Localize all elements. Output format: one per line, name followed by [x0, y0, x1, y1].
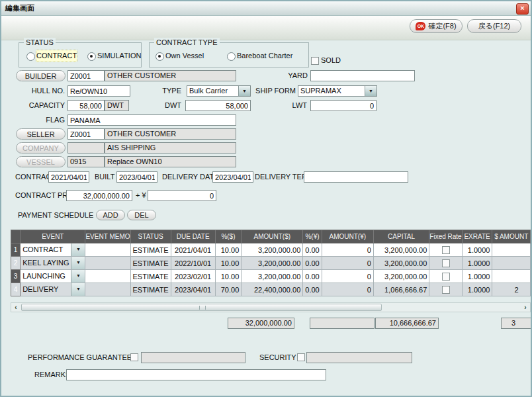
event-combo[interactable]: CONTRACT▼ [21, 243, 85, 256]
amount-jpy-cell[interactable]: 0 [322, 270, 373, 283]
status-cell[interactable]: ESTIMATE [130, 243, 171, 257]
usd-amount-cell[interactable] [492, 270, 531, 283]
confirm-button[interactable]: OK 確定(F8) [410, 19, 463, 33]
amount-jpy-cell[interactable]: 0 [322, 283, 373, 296]
exrate-cell[interactable]: 1.0000 [462, 257, 492, 270]
amount-usd-cell[interactable]: 3,200,000.00 [242, 257, 303, 270]
event-memo-cell[interactable] [85, 270, 130, 283]
row-number[interactable]: 1 [11, 243, 21, 257]
pct-jpy-cell[interactable]: 0.00 [303, 270, 322, 283]
capital-cell[interactable]: 1,066,666.67 [373, 283, 429, 296]
fixed-rate-cell[interactable] [429, 257, 462, 270]
chevron-down-icon[interactable]: ▼ [365, 86, 377, 96]
event-combo[interactable]: LAUNCHING▼ [21, 270, 85, 283]
chevron-down-icon[interactable]: ▼ [71, 270, 85, 283]
capital-cell[interactable]: 3,200,000.00 [373, 257, 429, 270]
radio-simulation[interactable] [87, 52, 96, 61]
event-memo-cell[interactable] [85, 257, 130, 270]
del-row-button[interactable]: DEL [127, 210, 156, 220]
table-horizontal-scrollbar[interactable]: ‹ › [11, 302, 531, 312]
pct-jpy-cell[interactable]: 0.00 [303, 283, 322, 296]
row-number[interactable]: 3 [11, 270, 21, 283]
amount-jpy-cell[interactable]: 0 [322, 243, 373, 257]
seller-code-input[interactable] [67, 128, 105, 140]
due-date-cell[interactable]: 2021/04/01 [171, 243, 215, 257]
performance-guarantee-checkbox[interactable] [130, 353, 138, 361]
scroll-right-icon[interactable]: › [521, 303, 530, 312]
table-row[interactable]: 4 DELIVERY▼ ESTIMATE 2023/04/01 70.00 22… [11, 283, 531, 296]
amount-usd-cell[interactable]: 22,400,000.00 [242, 283, 303, 296]
lwt-input[interactable] [310, 100, 377, 111]
contract-date-input[interactable] [48, 171, 89, 183]
contract-price-input[interactable] [66, 190, 132, 201]
usd-amount-cell[interactable] [492, 243, 531, 257]
table-row[interactable]: 2 KEEL LAYING▼ ESTIMATE 2022/10/01 10.00… [11, 257, 531, 270]
back-button[interactable]: 戻る(F12) [467, 19, 521, 33]
usd-amount-cell[interactable]: 2 [492, 283, 531, 296]
due-date-cell[interactable]: 2023/02/01 [171, 270, 215, 283]
ship-form-dropdown[interactable]: SUPRAMAX ▼ [298, 85, 377, 97]
capacity-input[interactable] [67, 100, 105, 111]
radio-bareboat-charter-label[interactable]: Bareboat Charter [237, 50, 292, 62]
exrate-cell[interactable]: 1.0000 [462, 283, 492, 296]
builder-code-input[interactable] [67, 70, 105, 81]
amount-jpy-cell[interactable]: 0 [322, 257, 373, 270]
status-cell[interactable]: ESTIMATE [130, 257, 171, 270]
usd-amount-cell[interactable] [492, 257, 531, 270]
radio-contract-label[interactable]: CONTRACT [36, 50, 77, 62]
radio-own-vessel-label[interactable]: Own Vessel [165, 50, 204, 62]
pct-jpy-cell[interactable]: 0.00 [303, 257, 322, 270]
pct-usd-cell[interactable]: 10.00 [215, 257, 242, 270]
chevron-down-icon[interactable]: ▼ [71, 257, 85, 269]
amount-usd-cell[interactable]: 3,200,000.00 [242, 270, 303, 283]
pct-usd-cell[interactable]: 70.00 [215, 283, 242, 296]
chevron-down-icon[interactable]: ▼ [71, 283, 85, 296]
row-number[interactable]: 4 [11, 283, 21, 296]
radio-simulation-label[interactable]: SIMULATION [97, 50, 141, 62]
remarks-input[interactable] [66, 369, 326, 380]
contract-price-yen-input[interactable] [148, 190, 216, 201]
event-memo-cell[interactable] [85, 283, 130, 296]
chevron-down-icon[interactable]: ▼ [238, 86, 250, 96]
capital-cell[interactable]: 3,200,000.00 [373, 243, 429, 257]
builder-button[interactable]: BUILDER [16, 70, 66, 81]
due-date-cell[interactable]: 2023/04/01 [171, 283, 215, 296]
fixed-rate-checkbox[interactable] [442, 286, 450, 294]
table-row[interactable]: 3 LAUNCHING▼ ESTIMATE 2023/02/01 10.00 3… [11, 270, 531, 283]
due-date-cell[interactable]: 2022/10/01 [171, 257, 215, 270]
event-combo[interactable]: DELIVERY▼ [21, 283, 85, 296]
built-input[interactable] [116, 171, 157, 183]
dwt-input[interactable] [185, 100, 251, 111]
seller-button[interactable]: SELLER [16, 128, 66, 140]
chevron-down-icon[interactable]: ▼ [71, 243, 85, 256]
hull-no-input[interactable] [67, 85, 130, 97]
event-memo-cell[interactable] [85, 243, 130, 257]
delivery-date-input[interactable] [212, 171, 253, 183]
pct-usd-cell[interactable]: 10.00 [215, 243, 242, 257]
fixed-rate-checkbox[interactable] [442, 246, 450, 254]
fixed-rate-cell[interactable] [429, 283, 462, 296]
security-checkbox[interactable] [297, 353, 305, 361]
scroll-left-icon[interactable]: ‹ [11, 303, 21, 312]
event-combo[interactable]: KEEL LAYING▼ [21, 257, 85, 269]
row-number[interactable]: 2 [11, 257, 21, 270]
exrate-cell[interactable]: 1.0000 [462, 270, 492, 283]
add-row-button[interactable]: ADD [96, 210, 125, 220]
pct-jpy-cell[interactable]: 0.00 [303, 243, 322, 257]
fixed-rate-checkbox[interactable] [442, 259, 450, 267]
fixed-rate-checkbox[interactable] [442, 273, 450, 281]
exrate-cell[interactable]: 1.0000 [462, 243, 492, 257]
amount-usd-cell[interactable]: 3,200,000.00 [242, 243, 303, 257]
delivery-term-input[interactable] [304, 171, 408, 183]
flag-input[interactable] [67, 114, 236, 126]
status-cell[interactable]: ESTIMATE [130, 270, 171, 283]
radio-own-vessel[interactable] [155, 52, 164, 61]
radio-contract[interactable] [26, 52, 35, 61]
yard-input[interactable] [310, 70, 415, 81]
status-cell[interactable]: ESTIMATE [130, 283, 171, 296]
fixed-rate-cell[interactable] [429, 243, 462, 257]
type-dropdown[interactable]: Bulk Carrier ▼ [187, 85, 251, 97]
sold-checkbox[interactable] [311, 57, 319, 65]
radio-bareboat-charter[interactable] [227, 52, 236, 61]
table-row[interactable]: 1 CONTRACT▼ ESTIMATE 2021/04/01 10.00 3,… [11, 243, 531, 257]
